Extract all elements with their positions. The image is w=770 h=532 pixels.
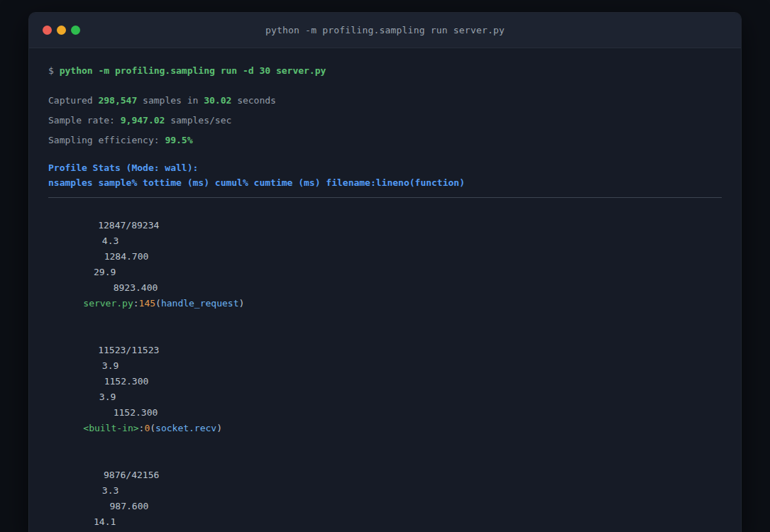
terminal-window: python -m profiling.sampling run server.… — [28, 12, 742, 532]
capture-stats: Captured 298,547 samples in 30.02 second… — [48, 91, 722, 150]
profile-row: 12847/89234 4.3 1284.700 29.9 8923.400 s… — [48, 202, 722, 327]
sampling-efficiency-line: Sampling efficiency: 99.5% — [48, 131, 722, 150]
profile-columns-header: nsamples sample% tottime (ms) cumul% cum… — [48, 175, 722, 191]
sample-rate-line: Sample rate: 9,947.02 samples/sec — [48, 111, 722, 131]
tottime-cell: 987.600 — [70, 499, 148, 514]
tottime-cell: 1284.700 — [70, 249, 148, 265]
cumul-pct-cell: 29.9 — [70, 265, 116, 280]
tottime-cell: 1152.300 — [70, 374, 148, 389]
captured-samples-line: Captured 298,547 samples in 30.02 second… — [48, 91, 722, 111]
sample-pct-cell: 3.3 — [70, 483, 119, 499]
cumul-pct-cell: 3.9 — [70, 389, 116, 405]
maximize-button[interactable] — [71, 26, 80, 35]
sample-pct-cell: 4.3 — [70, 233, 119, 249]
window-title: python -m profiling.sampling run server.… — [265, 25, 505, 35]
nsamples-cell: 12847/89234 — [70, 218, 159, 233]
profile-table: 12847/89234 4.3 1284.700 29.9 8923.400 s… — [48, 202, 722, 532]
cumtime-cell: 8923.400 — [70, 280, 158, 296]
window-titlebar: python -m profiling.sampling run server.… — [29, 13, 741, 48]
location-cell: server.py:145(handle_request) — [83, 298, 244, 309]
terminal-output[interactable]: $ python -m profiling.sampling run -d 30… — [29, 48, 741, 532]
nsamples-cell: 11523/11523 — [70, 343, 159, 358]
location-cell: <built-in>:0(socket.recv) — [83, 423, 222, 433]
cumtime-cell: 1152.300 — [70, 405, 158, 421]
minimize-button[interactable] — [57, 26, 66, 35]
nsamples-cell: 9876/42156 — [70, 467, 159, 483]
profile-row: 9876/42156 3.3 987.600 14.1 4215.600 par… — [48, 452, 722, 532]
profile-row: 11523/11523 3.9 1152.300 3.9 1152.300 <b… — [48, 327, 722, 452]
window-controls — [43, 13, 80, 48]
sample-pct-cell: 3.9 — [70, 358, 119, 374]
cumul-pct-cell: 14.1 — [70, 514, 116, 530]
close-button[interactable] — [43, 26, 52, 35]
profile-stats-heading: Profile Stats (Mode: wall): — [48, 161, 722, 175]
prompt-line: $ python -m profiling.sampling run -d 30… — [48, 64, 722, 78]
table-divider — [48, 197, 722, 198]
